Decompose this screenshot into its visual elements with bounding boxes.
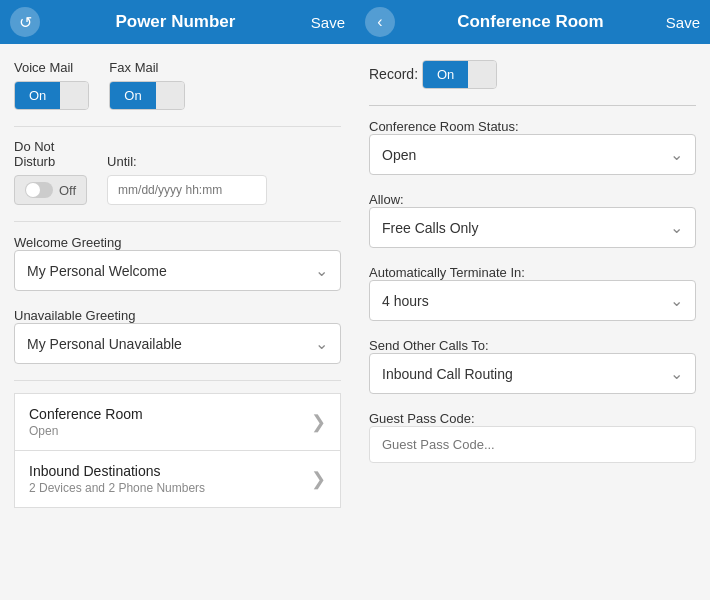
right-back-button[interactable]: ‹ — [365, 7, 395, 37]
dnd-switch-thumb — [26, 183, 40, 197]
conference-room-content: Conference Room Open — [29, 406, 143, 438]
right-panel-title: Conference Room — [395, 12, 666, 32]
divider-1 — [14, 126, 341, 127]
conference-room-status-label: Conference Room Status: — [369, 119, 519, 134]
until-input[interactable] — [107, 175, 267, 205]
dnd-col: Do NotDisturb Off — [14, 139, 87, 205]
send-other-calls-group: Send Other Calls To: Inbound Call Routin… — [369, 337, 696, 394]
inbound-destinations-arrow-icon: ❯ — [311, 468, 326, 490]
voice-mail-on: On — [15, 82, 60, 109]
left-panel: ↺ Power Number Save Voice Mail On Fax Ma… — [0, 0, 355, 600]
left-save-button[interactable]: Save — [311, 14, 345, 31]
conference-room-title: Conference Room — [29, 406, 143, 422]
voice-mail-col: Voice Mail On — [14, 60, 89, 110]
allow-group: Allow: Free Calls Only ⌄ — [369, 191, 696, 248]
right-panel: ‹ Conference Room Save Record: On Confer… — [355, 0, 710, 600]
conference-room-status-group: Conference Room Status: Open ⌄ — [369, 118, 696, 175]
inbound-destinations-subtitle: 2 Devices and 2 Phone Numbers — [29, 481, 205, 495]
right-save-button[interactable]: Save — [666, 14, 700, 31]
until-label: Until: — [107, 154, 267, 169]
record-on: On — [423, 61, 468, 88]
divider-2 — [14, 221, 341, 222]
record-group: Record: On — [369, 60, 696, 89]
auto-terminate-select[interactable]: 4 hours ⌄ — [369, 280, 696, 321]
dnd-switch-track — [25, 182, 53, 198]
dnd-label: Do NotDisturb — [14, 139, 87, 169]
inbound-destinations-content: Inbound Destinations 2 Devices and 2 Pho… — [29, 463, 205, 495]
fax-mail-on: On — [110, 82, 155, 109]
send-other-calls-value: Inbound Call Routing — [382, 366, 513, 382]
until-col: Until: — [107, 154, 267, 205]
conference-room-status-chevron-icon: ⌄ — [670, 145, 683, 164]
unavailable-greeting-value: My Personal Unavailable — [27, 336, 182, 352]
fax-mail-toggle[interactable]: On — [109, 81, 184, 110]
unavailable-greeting-select[interactable]: My Personal Unavailable ⌄ — [14, 323, 341, 364]
conference-room-arrow-icon: ❯ — [311, 411, 326, 433]
inbound-destinations-title: Inbound Destinations — [29, 463, 205, 479]
fax-mail-off-box — [156, 82, 184, 109]
dnd-status: Off — [59, 183, 76, 198]
conference-room-list-item[interactable]: Conference Room Open ❯ — [14, 393, 341, 451]
unavailable-greeting-label: Unavailable Greeting — [14, 308, 135, 323]
divider-3 — [14, 380, 341, 381]
inbound-destinations-list-item[interactable]: Inbound Destinations 2 Devices and 2 Pho… — [14, 451, 341, 508]
allow-chevron-icon: ⌄ — [670, 218, 683, 237]
voice-mail-toggle[interactable]: On — [14, 81, 89, 110]
right-panel-header: ‹ Conference Room Save — [355, 0, 710, 44]
voice-mail-label: Voice Mail — [14, 60, 89, 75]
welcome-greeting-chevron-icon: ⌄ — [315, 261, 328, 280]
welcome-greeting-label: Welcome Greeting — [14, 235, 121, 250]
right-panel-content: Record: On Conference Room Status: Open … — [355, 44, 710, 600]
allow-select[interactable]: Free Calls Only ⌄ — [369, 207, 696, 248]
record-off-box — [468, 61, 496, 88]
send-other-calls-chevron-icon: ⌄ — [670, 364, 683, 383]
left-panel-title: Power Number — [40, 12, 311, 32]
unavailable-greeting-chevron-icon: ⌄ — [315, 334, 328, 353]
welcome-greeting-section: Welcome Greeting My Personal Welcome ⌄ — [14, 234, 341, 291]
send-other-calls-label: Send Other Calls To: — [369, 338, 489, 353]
left-panel-header: ↺ Power Number Save — [0, 0, 355, 44]
conference-room-status-value: Open — [382, 147, 416, 163]
fax-mail-col: Fax Mail On — [109, 60, 184, 110]
conference-room-subtitle: Open — [29, 424, 143, 438]
guest-pass-code-label: Guest Pass Code: — [369, 411, 475, 426]
voice-mail-off-box — [60, 82, 88, 109]
guest-pass-code-group: Guest Pass Code: — [369, 410, 696, 463]
auto-terminate-group: Automatically Terminate In: 4 hours ⌄ — [369, 264, 696, 321]
dnd-row: Do NotDisturb Off Until: — [14, 139, 341, 205]
welcome-greeting-value: My Personal Welcome — [27, 263, 167, 279]
unavailable-greeting-section: Unavailable Greeting My Personal Unavail… — [14, 307, 341, 364]
right-separator-1 — [369, 105, 696, 106]
guest-pass-code-input[interactable] — [369, 426, 696, 463]
record-label: Record: — [369, 66, 418, 82]
left-panel-content: Voice Mail On Fax Mail On Do NotDisturb — [0, 44, 355, 600]
auto-terminate-value: 4 hours — [382, 293, 429, 309]
auto-terminate-label: Automatically Terminate In: — [369, 265, 525, 280]
allow-value: Free Calls Only — [382, 220, 478, 236]
auto-terminate-chevron-icon: ⌄ — [670, 291, 683, 310]
fax-mail-label: Fax Mail — [109, 60, 184, 75]
conference-room-status-select[interactable]: Open ⌄ — [369, 134, 696, 175]
record-toggle[interactable]: On — [422, 60, 497, 89]
left-back-button[interactable]: ↺ — [10, 7, 40, 37]
welcome-greeting-select[interactable]: My Personal Welcome ⌄ — [14, 250, 341, 291]
mail-toggles-row: Voice Mail On Fax Mail On — [14, 60, 341, 110]
send-other-calls-select[interactable]: Inbound Call Routing ⌄ — [369, 353, 696, 394]
dnd-toggle[interactable]: Off — [14, 175, 87, 205]
allow-label: Allow: — [369, 192, 404, 207]
